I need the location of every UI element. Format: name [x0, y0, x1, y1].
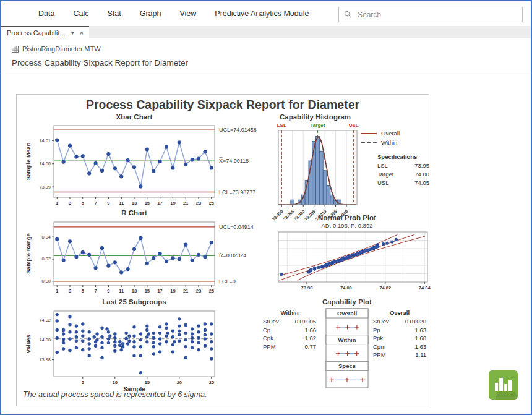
within-cp-value: 1.66: [305, 326, 317, 335]
svg-text:3: 3: [69, 288, 71, 294]
within-stats-header: Within: [263, 309, 316, 316]
r-chart-title: R Chart: [54, 209, 215, 216]
app-window: Data Calc Stat Graph View Predictive Ana…: [0, 0, 532, 415]
svg-text:74.00: 74.00: [39, 337, 51, 343]
spec-row-target: Target 74.00: [377, 170, 429, 179]
tab-process-capability[interactable]: Process Capabilit... ▼ ×: [1, 26, 89, 38]
spec-usl-value: 74.05: [414, 179, 429, 187]
svg-text:10: 10: [113, 380, 118, 385]
svg-text:19: 19: [170, 200, 175, 206]
within-cpk-label: Cpk: [263, 334, 273, 343]
overall-stdev-label: StDev: [373, 317, 389, 326]
overall-cpm-label: Cpm: [373, 343, 385, 351]
svg-text:15: 15: [145, 380, 150, 385]
report-footnote: The actual process spread is represented…: [23, 390, 207, 399]
report-canvas: Process Capability Sixpack Report for Di…: [16, 94, 429, 406]
svg-text:LSL: LSL: [277, 122, 286, 128]
tab-strip: Process Capabilit... ▼ ×: [1, 26, 531, 38]
xbar-chart[interactable]: 73.9974.0074.01135791113151719212325Samp…: [22, 122, 264, 210]
spec-usl-label: USL: [377, 179, 388, 187]
spec-target-label: Target: [377, 170, 393, 179]
menu-stat[interactable]: Stat: [107, 9, 121, 18]
legend-row-within: Within: [361, 138, 429, 147]
svg-text:5: 5: [82, 380, 84, 385]
within-ppm-value: 0.77: [305, 343, 317, 351]
svg-text:7: 7: [95, 288, 97, 294]
overall-pp-label: Pp: [373, 326, 380, 335]
svg-text:74.02: 74.02: [379, 285, 391, 291]
overall-ppm-value: 1.11: [415, 351, 426, 359]
svg-text:74.00: 74.00: [340, 285, 352, 291]
spec-row-lsl: LSL 73.95: [377, 161, 429, 170]
worksheet-name: PistonRingDiameter.MTW: [22, 45, 101, 53]
spec-target-value: 74.00: [414, 170, 429, 179]
svg-text:5: 5: [82, 288, 84, 294]
menu-data[interactable]: Data: [38, 9, 54, 18]
svg-text:Specs: Specs: [338, 362, 356, 369]
normal-prob-plot-subtitle: AD: 0.193, P: 0.892: [264, 222, 430, 229]
svg-text:1: 1: [56, 200, 58, 206]
search-input[interactable]: [356, 10, 501, 20]
svg-text:25: 25: [209, 380, 214, 385]
last-25-subgroups-chart[interactable]: 73.9874.0074.02510152025ValuesSample: [22, 306, 264, 393]
histogram-legend: Overall Within Specifications LSL 73.95 …: [361, 129, 429, 187]
svg-text:9: 9: [107, 200, 109, 206]
tab-label: Process Capabilit...: [7, 29, 66, 36]
spec-lsl-value: 73.95: [414, 161, 429, 170]
menu-view[interactable]: View: [179, 9, 196, 18]
svg-text:9: 9: [107, 288, 109, 294]
svg-text:7: 7: [95, 200, 97, 206]
r-chart[interactable]: 0.000.020.04135791113151719212325Sample …: [22, 217, 264, 296]
svg-text:Sample Mean: Sample Mean: [25, 142, 32, 180]
svg-text:17: 17: [157, 200, 162, 206]
svg-text:73.98: 73.98: [301, 285, 313, 291]
specifications-block: Specifications LSL 73.95 Target 74.00 US…: [377, 153, 429, 187]
svg-text:17: 17: [157, 288, 162, 294]
within-stdev-label: StDev: [263, 317, 279, 326]
overall-ppm-label: PPM: [373, 351, 386, 359]
normal-prob-plot-title: Normal Prob Plot: [264, 214, 430, 221]
menu-graph[interactable]: Graph: [140, 9, 161, 18]
svg-text:1: 1: [56, 288, 58, 294]
worksheet-link[interactable]: PistonRingDiameter.MTW: [12, 45, 531, 53]
svg-text:74.00: 74.00: [39, 161, 51, 166]
svg-text:11: 11: [119, 200, 124, 206]
svg-text:19: 19: [170, 288, 175, 294]
specifications-title: Specifications: [377, 153, 429, 161]
tab-close-icon[interactable]: ×: [80, 30, 84, 36]
legend-row-overall: Overall: [361, 129, 429, 138]
svg-text:Within: Within: [338, 336, 356, 343]
svg-text:74.02: 74.02: [39, 317, 51, 323]
svg-text:R̄=0.02324: R̄=0.02324: [219, 252, 246, 259]
minitab-app-icon[interactable]: [489, 370, 518, 400]
within-stdev-value: 0.01005: [295, 317, 316, 326]
search-box[interactable]: [338, 7, 523, 22]
svg-text:UCL=0.04914: UCL=0.04914: [219, 224, 254, 230]
svg-text:11: 11: [119, 288, 124, 294]
svg-text:Overall: Overall: [337, 310, 357, 317]
menu-calc[interactable]: Calc: [73, 9, 88, 18]
capability-intervals-chart[interactable]: OverallWithinSpecs: [325, 307, 369, 389]
svg-text:13: 13: [132, 288, 137, 294]
normal-prob-plot-chart[interactable]: 73.9874.0074.0274.04: [264, 230, 430, 296]
svg-text:LCL=73.98777: LCL=73.98777: [219, 189, 255, 195]
svg-text:23: 23: [196, 288, 201, 294]
svg-text:21: 21: [183, 288, 188, 294]
overall-cpm-value: 1.63: [415, 343, 427, 351]
svg-text:15: 15: [145, 288, 150, 294]
svg-text:21: 21: [183, 200, 188, 206]
xbar-chart-title: Xbar Chart: [54, 113, 215, 121]
overall-ppk-value: 1.60: [415, 334, 427, 343]
capability-histogram-chart[interactable]: LSLTargetUSL73.95073.96573.98073.99574.0…: [264, 121, 366, 225]
svg-text:74.01: 74.01: [39, 138, 51, 143]
svg-text:X̿=74.00118: X̿=74.00118: [219, 157, 249, 164]
capability-plot-title: Capability Plot: [264, 298, 430, 306]
legend-within-label: Within: [381, 139, 397, 146]
last-25-subgroups-title: Last 25 Subgroups: [54, 298, 215, 306]
overall-ppk-label: Ppk: [373, 334, 383, 343]
tab-dropdown-icon[interactable]: ▼: [71, 31, 75, 35]
svg-text:13: 13: [132, 200, 137, 206]
legend-overall-label: Overall: [381, 130, 400, 137]
within-cp-label: Cp: [263, 326, 270, 335]
menu-predictive-analytics-module[interactable]: Predictive Analytics Module: [215, 9, 309, 18]
